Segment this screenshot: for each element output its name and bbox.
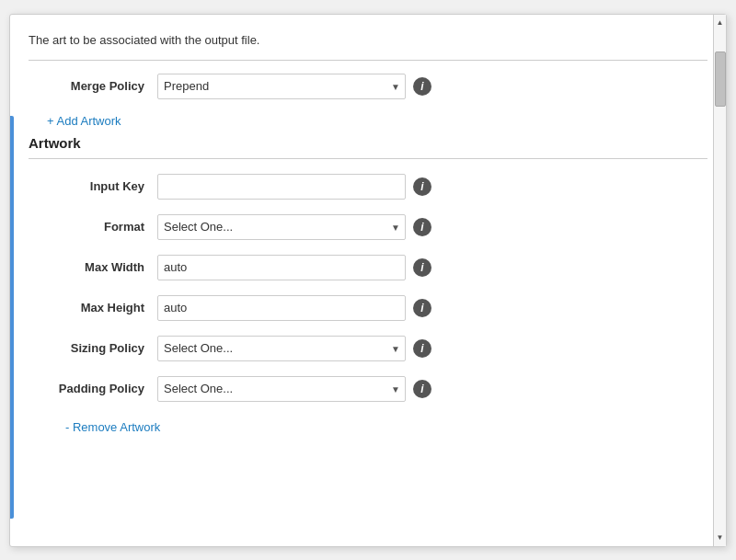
max-height-control: i (157, 295, 431, 321)
main-window: The art to be associated with the output… (9, 14, 727, 547)
scrollbar-down-arrow[interactable]: ▼ (715, 531, 726, 544)
input-key-row: Input Key i (29, 174, 707, 200)
left-accent-bar (10, 116, 14, 519)
add-artwork-link[interactable]: + Add Artwork (47, 114, 121, 128)
padding-policy-select-wrapper: Select One... ▼ (157, 376, 406, 402)
max-height-row: Max Height i (29, 295, 707, 321)
sizing-policy-row: Sizing Policy Select One... ▼ i (29, 336, 707, 361)
input-key-field[interactable] (157, 174, 406, 200)
merge-policy-select[interactable]: Prepend Append Replace (157, 74, 406, 99)
format-row: Format Select One... ▼ i (29, 214, 707, 240)
format-control: Select One... ▼ i (157, 214, 431, 240)
sizing-policy-label: Sizing Policy (29, 341, 157, 355)
max-width-control: i (157, 255, 431, 280)
padding-policy-info-icon[interactable]: i (413, 380, 431, 398)
remove-artwork-link[interactable]: - Remove Artwork (65, 420, 160, 434)
padding-policy-label: Padding Policy (29, 382, 157, 395)
scrollbar-thumb[interactable] (715, 51, 726, 107)
input-key-label: Input Key (29, 179, 157, 193)
sizing-policy-select-wrapper: Select One... ▼ (157, 336, 406, 361)
max-height-info-icon[interactable]: i (413, 299, 431, 317)
max-width-field[interactable] (157, 255, 406, 280)
scrollbar[interactable]: ▲ ▼ (713, 15, 726, 546)
remove-artwork-container: - Remove Artwork (29, 417, 707, 434)
add-artwork-container: + Add Artwork (29, 114, 707, 131)
format-info-icon[interactable]: i (413, 218, 431, 236)
sizing-policy-control: Select One... ▼ i (157, 336, 431, 361)
max-width-info-icon[interactable]: i (413, 258, 431, 277)
max-height-label: Max Height (29, 301, 157, 314)
max-width-label: Max Width (29, 260, 157, 274)
padding-policy-control: Select One... ▼ i (157, 376, 431, 402)
max-width-row: Max Width i (29, 255, 707, 280)
padding-policy-select[interactable]: Select One... (157, 376, 406, 402)
format-label: Format (29, 220, 157, 234)
merge-policy-label: Merge Policy (29, 79, 157, 93)
input-key-control: i (157, 174, 431, 200)
artwork-section-title: Artwork (29, 135, 707, 159)
merge-policy-select-wrapper: Prepend Append Replace ▼ (157, 74, 406, 99)
description-text: The art to be associated with the output… (29, 33, 707, 61)
scrollbar-up-arrow[interactable]: ▲ (715, 17, 726, 29)
max-height-field[interactable] (157, 295, 406, 321)
input-key-info-icon[interactable]: i (413, 177, 431, 196)
format-select[interactable]: Select One... (157, 214, 406, 240)
sizing-policy-info-icon[interactable]: i (413, 339, 431, 358)
sizing-policy-select[interactable]: Select One... (157, 336, 406, 361)
format-select-wrapper: Select One... ▼ (157, 214, 406, 240)
merge-policy-row: Merge Policy Prepend Append Replace ▼ i (29, 74, 707, 99)
padding-policy-row: Padding Policy Select One... ▼ i (29, 376, 707, 402)
merge-policy-info-icon[interactable]: i (413, 77, 431, 96)
merge-policy-control: Prepend Append Replace ▼ i (157, 74, 431, 99)
